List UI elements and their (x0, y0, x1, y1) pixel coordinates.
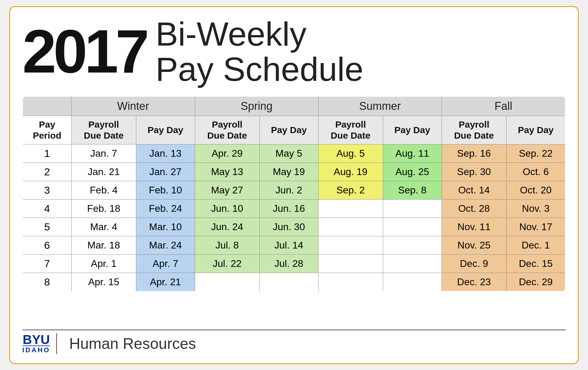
table-cell: Jun. 10 (195, 199, 259, 218)
season-header-row: Winter Spring Summer Fall (23, 96, 565, 116)
table-cell: Aug. 11 (383, 144, 442, 163)
table-cell: Apr. 29 (195, 144, 259, 163)
table-cell: 7 (23, 254, 71, 273)
table-cell: Jun. 24 (195, 218, 259, 236)
table-cell (259, 273, 318, 291)
table-cell: Feb. 4 (71, 181, 136, 199)
table-cell (383, 273, 442, 291)
season-summer: Summer (318, 96, 442, 116)
table-row: 3Feb. 4Feb. 10May 27Jun. 2Sep. 2Sep. 8Oc… (23, 181, 565, 199)
table-cell: Sep. 16 (442, 144, 506, 163)
table-cell: Apr. 1 (71, 254, 136, 273)
table-cell: 8 (23, 273, 71, 291)
col-summer-pay: Pay Day (383, 116, 442, 144)
schedule-title: Bi-Weekly Pay Schedule (156, 16, 364, 87)
table-cell: May 19 (259, 163, 318, 181)
table-cell (318, 254, 383, 273)
col-spring-due: PayrollDue Date (195, 116, 259, 144)
season-winter: Winter (71, 96, 195, 116)
table-cell (318, 218, 383, 236)
table-cell: Feb. 24 (136, 199, 195, 218)
table-cell: Dec. 29 (506, 273, 565, 291)
table-cell: Sep. 22 (506, 144, 565, 163)
table-cell (383, 254, 442, 273)
col-winter-due: PayrollDue Date (71, 116, 136, 144)
table-row: 4Feb. 18Feb. 24Jun. 10Jun. 16Oct. 28Nov.… (23, 199, 565, 218)
table-cell: Apr. 15 (71, 273, 136, 291)
table-cell (383, 218, 442, 236)
table-row: 6Mar. 18Mar. 24Jul. 8Jul. 14Nov. 25Dec. … (23, 236, 565, 254)
table-cell: Jun. 30 (259, 218, 318, 236)
year: 2017 (22, 21, 146, 82)
table-cell: 5 (23, 218, 71, 236)
table-cell: May 13 (195, 163, 259, 181)
col-fall-due: PayrollDue Date (442, 116, 506, 144)
table-cell: Feb. 10 (136, 181, 195, 199)
table-cell (318, 273, 383, 291)
table-cell: 2 (23, 163, 71, 181)
table-row: 1Jan. 7Jan. 13Apr. 29May 5Aug. 5Aug. 11S… (23, 144, 565, 163)
table-cell: Aug. 25 (383, 163, 442, 181)
table-cell: 3 (23, 181, 71, 199)
table-cell: Jan. 7 (71, 144, 136, 163)
schedule-table: Winter Spring Summer Fall PayPeriod Payr… (22, 96, 566, 292)
table-row: 5Mar. 4Mar. 10Jun. 24Jun. 30Nov. 11Nov. … (23, 218, 565, 236)
main-card: 2017 Bi-Weekly Pay Schedule Winter Sprin… (9, 6, 579, 364)
table-cell (195, 273, 259, 291)
table-cell: Jan. 21 (71, 163, 136, 181)
table-row: 7Apr. 1Apr. 7Jul. 22Jul. 28Dec. 9Dec. 15 (23, 254, 565, 273)
table-cell: Oct. 28 (442, 199, 506, 218)
table-cell: Jul. 28 (259, 254, 318, 273)
table-cell (318, 199, 383, 218)
table-cell: Sep. 2 (318, 181, 383, 199)
table-cell: Jul. 22 (195, 254, 259, 273)
table-cell: 1 (23, 144, 71, 163)
table-cell: Jun. 2 (259, 181, 318, 199)
table-cell: Dec. 23 (442, 273, 506, 291)
col-winter-pay: Pay Day (136, 116, 195, 144)
table-cell: Dec. 1 (506, 236, 565, 254)
col-spring-pay: Pay Day (259, 116, 318, 144)
table-cell: Nov. 17 (506, 218, 565, 236)
table-cell: May 27 (195, 181, 259, 199)
table-cell: Mar. 10 (136, 218, 195, 236)
table-cell: Apr. 21 (136, 273, 195, 291)
table-cell: Nov. 3 (506, 199, 565, 218)
footer: BYU IDAHO Human Resources (22, 330, 566, 354)
table-cell: Mar. 4 (71, 218, 136, 236)
header: 2017 Bi-Weekly Pay Schedule (22, 16, 566, 90)
table-cell: Oct. 6 (506, 163, 565, 181)
table-cell (383, 199, 442, 218)
col-header-row: PayPeriod PayrollDue Date Pay Day Payrol… (23, 116, 565, 144)
table-cell: Mar. 24 (136, 236, 195, 254)
table-cell: Oct. 14 (442, 181, 506, 199)
table-cell: 6 (23, 236, 71, 254)
col-fall-pay: Pay Day (506, 116, 565, 144)
table-cell: Jan. 13 (136, 144, 195, 163)
table-cell: May 5 (259, 144, 318, 163)
table-cell: Feb. 18 (71, 199, 136, 218)
table-cell: Jun. 16 (259, 199, 318, 218)
table-row: 2Jan. 21Jan. 27May 13May 19Aug. 19Aug. 2… (23, 163, 565, 181)
byu-text: BYU (23, 333, 50, 346)
table-cell: Aug. 5 (318, 144, 383, 163)
table-cell: Sep. 8 (383, 181, 442, 199)
table-cell: 4 (23, 199, 71, 218)
table-cell: Dec. 15 (506, 254, 565, 273)
byu-logo: BYU IDAHO (22, 333, 57, 354)
col-pay-period: PayPeriod (23, 116, 71, 144)
col-summer-due: PayrollDue Date (318, 116, 383, 144)
season-empty (23, 96, 71, 116)
season-fall: Fall (442, 96, 565, 116)
table-cell: Aug. 19 (318, 163, 383, 181)
season-spring: Spring (195, 96, 318, 116)
table-cell (383, 236, 442, 254)
table-cell: Dec. 9 (442, 254, 506, 273)
table-row: 8Apr. 15Apr. 21Dec. 23Dec. 29 (23, 273, 565, 291)
table-cell: Nov. 11 (442, 218, 506, 236)
table-cell: Oct. 20 (506, 181, 565, 199)
table-cell: Jul. 8 (195, 236, 259, 254)
table-cell: Jan. 27 (136, 163, 195, 181)
table-cell: Mar. 18 (71, 236, 136, 254)
table-cell: Apr. 7 (136, 254, 195, 273)
